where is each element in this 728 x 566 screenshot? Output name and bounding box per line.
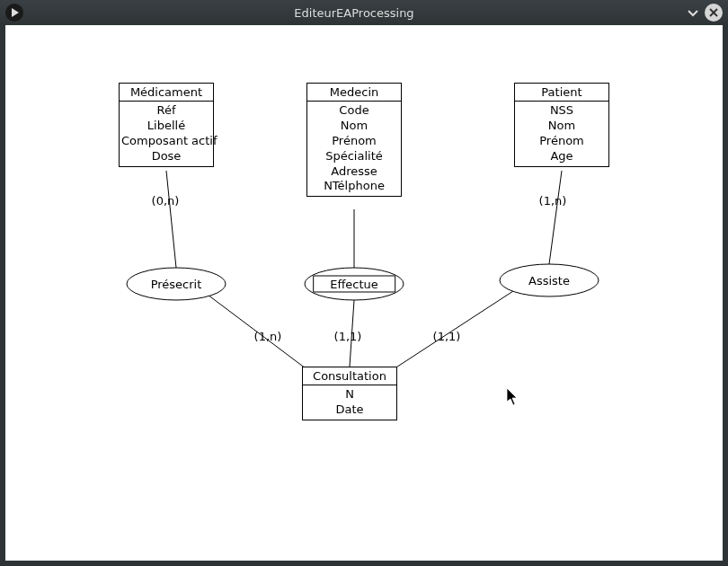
relationship-presecrit[interactable]: Présecrit xyxy=(151,278,202,291)
cardinality-label: (1,1) xyxy=(334,330,362,343)
relationship-assiste[interactable]: Assiste xyxy=(528,274,570,287)
attr: Réf xyxy=(121,103,211,119)
attr: Adresse xyxy=(309,164,399,180)
svg-point-10 xyxy=(305,268,404,300)
entity-medecin[interactable]: Medecin Code Nom Prénom Spécialité Adres… xyxy=(306,83,402,197)
entity-medicament[interactable]: Médicament Réf Libellé Composant actif D… xyxy=(119,83,214,167)
entity-title: Patient xyxy=(515,84,608,102)
entity-patient[interactable]: Patient NSS Nom Prénom Age xyxy=(514,83,609,167)
attr: Age xyxy=(517,149,607,164)
relationship-effectue[interactable]: Effectue xyxy=(313,276,395,293)
cardinality-label: (1,1) xyxy=(433,330,461,343)
attr: NTélphone xyxy=(309,179,399,194)
svg-marker-0 xyxy=(12,8,19,17)
close-icon[interactable] xyxy=(705,4,723,22)
attr: Libellé xyxy=(121,119,211,134)
attr: Nom xyxy=(309,119,399,134)
entity-attrs: Code Nom Prénom Spécialité Adresse NTélp… xyxy=(307,102,401,196)
entity-consultation[interactable]: Consultation N Date xyxy=(302,367,397,420)
svg-line-7 xyxy=(549,171,562,264)
minimize-icon[interactable] xyxy=(685,4,701,21)
run-icon[interactable] xyxy=(5,4,23,22)
attr: Prénom xyxy=(309,134,399,149)
entity-attrs: NSS Nom Prénom Age xyxy=(515,102,608,166)
attr: Composant actif xyxy=(121,134,211,149)
entity-title: Consultation xyxy=(303,367,396,385)
svg-line-3 xyxy=(166,171,176,268)
window-titlebar: EditeurEAProcessing xyxy=(0,0,728,25)
entity-title: Medecin xyxy=(307,84,401,102)
entity-attrs: Réf Libellé Composant actif Dose xyxy=(120,102,213,166)
attr: Dose xyxy=(121,149,211,164)
cardinality-label: (1,n) xyxy=(254,330,282,343)
cardinality-label: (0,n) xyxy=(152,194,180,208)
attr: Nom xyxy=(517,119,607,134)
attr: NSS xyxy=(517,103,607,119)
cardinality-label: (1,n) xyxy=(539,194,567,208)
svg-point-11 xyxy=(500,264,599,296)
entity-attrs: N Date xyxy=(303,385,396,420)
diagram-canvas[interactable]: Médicament Réf Libellé Composant actif D… xyxy=(5,25,723,561)
entity-title: Médicament xyxy=(120,84,213,102)
attr: Date xyxy=(305,402,395,418)
mouse-cursor-icon xyxy=(507,388,519,406)
window-title: EditeurEAProcessing xyxy=(23,6,685,20)
attr: Code xyxy=(309,103,399,119)
attr: N xyxy=(305,387,395,402)
svg-point-9 xyxy=(127,268,226,300)
attr: Prénom xyxy=(517,134,607,149)
attr: Spécialité xyxy=(309,149,399,164)
